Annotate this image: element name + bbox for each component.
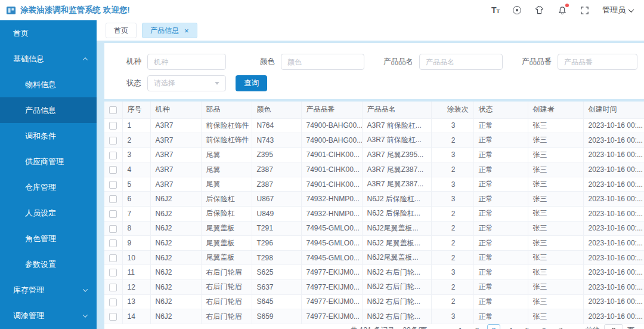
cell-creator: 张三	[528, 294, 583, 309]
caret-down-icon	[215, 82, 219, 85]
cell-product-name: N6J2 后保险杠...	[362, 192, 431, 207]
sidebar-item-人员设定[interactable]: 人员设定	[0, 200, 97, 226]
cell-coat-count: 3	[431, 118, 473, 133]
tab-home[interactable]: 首页	[106, 23, 137, 38]
user-menu[interactable]: 管理员	[602, 5, 633, 16]
tab-product-info[interactable]: 产品信息 ×	[142, 23, 197, 38]
column-header-product-no: 产品品番	[301, 102, 362, 118]
font-size-icon[interactable]: TT	[491, 6, 500, 14]
tabs-bar: 首页 产品信息 ×	[97, 20, 644, 41]
cell-machine: N6J2	[150, 309, 201, 324]
cell-status: 正常	[473, 133, 528, 148]
row-checkbox[interactable]	[109, 269, 117, 276]
row-checkbox[interactable]	[109, 299, 117, 306]
close-icon[interactable]: ×	[184, 27, 189, 35]
cell-product-no: 74932-HNMP0...	[301, 207, 362, 222]
cell-machine: N6J2	[150, 280, 201, 295]
column-header-product-name: 产品品名	[362, 102, 431, 118]
page-button-4[interactable]: 4	[504, 324, 517, 329]
theme-icon[interactable]	[534, 5, 544, 15]
sidebar-group-label: 调漆管理	[13, 310, 83, 321]
status-select-placeholder: 请选择	[154, 78, 175, 88]
row-checkbox[interactable]	[109, 239, 117, 247]
row-checkbox[interactable]	[109, 313, 117, 321]
app-logo-icon	[6, 5, 16, 16]
cell-part: 前保险杠饰件	[201, 133, 252, 148]
next-page-button[interactable]: ›	[575, 326, 578, 329]
notification-icon[interactable]	[558, 5, 567, 16]
cell-product-name: A3R7 前保险杠...	[362, 133, 431, 148]
page-button-3[interactable]: 3	[487, 324, 500, 329]
sidebar-group-basic-info[interactable]: 基础信息	[0, 46, 97, 72]
sidebar-item-调和条件[interactable]: 调和条件	[0, 123, 97, 149]
table-row: 1A3R7前保险杠饰件N76474900-BAHG00...A3R7 前保险杠.…	[104, 118, 644, 133]
search-button[interactable]: 查询	[236, 75, 267, 91]
sidebar-item-产品信息[interactable]: 产品信息	[0, 97, 97, 123]
cell-color: N764	[252, 118, 301, 133]
fullscreen-icon[interactable]	[580, 6, 589, 15]
target-icon[interactable]	[513, 6, 521, 14]
cell-machine: N6J2	[150, 294, 201, 309]
sidebar-item-物料信息[interactable]: 物料信息	[0, 72, 97, 97]
page-button-5[interactable]: 5	[521, 324, 534, 329]
cell-machine: N6J2	[150, 192, 201, 207]
cell-product-no: 74945-GMLO0...	[301, 250, 362, 265]
product-name-input[interactable]	[419, 54, 503, 70]
machine-label: 机种	[104, 57, 147, 67]
color-input[interactable]	[281, 54, 364, 70]
table-row: 8N6J2尾翼盖板T29174945-GMLO0...N6J2尾翼盖板...2正…	[104, 221, 644, 236]
machine-input[interactable]	[147, 54, 226, 70]
row-checkbox[interactable]	[109, 122, 117, 130]
product-no-input[interactable]	[558, 54, 637, 70]
sidebar-item-角色管理[interactable]: 角色管理	[0, 226, 97, 251]
cell-part: 后保险杠	[201, 207, 252, 222]
cell-color: Z387	[252, 177, 301, 192]
chevron-up-icon	[83, 57, 88, 62]
sidebar-item-供应商管理[interactable]: 供应商管理	[0, 149, 97, 174]
cell-part: 前保险杠饰件	[201, 118, 252, 133]
status-select[interactable]: 请选择	[147, 75, 226, 91]
page-button-1[interactable]: 1	[454, 324, 467, 329]
row-checkbox[interactable]	[109, 284, 117, 291]
cell-creator: 张三	[528, 177, 583, 192]
row-checkbox[interactable]	[109, 152, 117, 159]
page-button-2[interactable]: 2	[470, 324, 484, 329]
row-checkbox[interactable]	[109, 181, 117, 189]
cell-created-at: 2023-10-16 00:...	[583, 162, 644, 177]
cell-color: N743	[252, 133, 301, 148]
page-size-select[interactable]: 20条/页	[402, 325, 435, 329]
cell-coat-count: 2	[431, 207, 473, 222]
page-button-7[interactable]: 7	[554, 324, 567, 329]
cell-color: Z387	[252, 162, 301, 177]
color-label: 颜色	[238, 57, 281, 67]
row-checkbox[interactable]	[109, 137, 117, 144]
sidebar-item-home[interactable]: 首页	[0, 20, 97, 46]
cell-product-no: 74900-BAHG00...	[301, 133, 362, 148]
cell-coat-count: 2	[431, 221, 473, 236]
cell-created-at: 2023-10-16 00:...	[583, 133, 644, 148]
cell-index: 12	[122, 280, 150, 295]
goto-page-input[interactable]	[604, 324, 623, 329]
prev-page-button[interactable]: ‹	[443, 326, 446, 329]
sidebar-group-inventory[interactable]: 库存管理	[0, 277, 97, 303]
cell-product-name: A3R7 前保险杠...	[362, 118, 431, 133]
cell-status: 正常	[473, 118, 528, 133]
row-checkbox[interactable]	[109, 210, 117, 218]
cell-index: 5	[122, 177, 150, 192]
page-button-6[interactable]: 6	[537, 324, 550, 329]
cell-index: 14	[122, 309, 150, 324]
row-checkbox[interactable]	[109, 254, 117, 262]
cell-part: 右后门轮眉	[201, 309, 252, 324]
sidebar-item-仓库管理[interactable]: 仓库管理	[0, 174, 97, 200]
row-checkbox[interactable]	[109, 195, 117, 203]
sidebar-submenu: 物料信息产品信息调和条件供应商管理仓库管理人员设定角色管理参数设置	[0, 72, 97, 277]
column-header-coat-count: 涂装次	[431, 102, 473, 118]
cell-machine: A3R7	[150, 147, 201, 162]
select-all-checkbox[interactable]	[109, 106, 117, 114]
main-area: 首页 产品信息 × 机种 颜色	[97, 20, 644, 329]
row-checkbox[interactable]	[109, 225, 117, 233]
sidebar-item-参数设置[interactable]: 参数设置	[0, 251, 97, 277]
sidebar-group-paint-mixing[interactable]: 调漆管理	[0, 303, 97, 328]
cell-product-no: 74901-CIHK00...	[301, 177, 362, 192]
row-checkbox[interactable]	[109, 166, 117, 174]
